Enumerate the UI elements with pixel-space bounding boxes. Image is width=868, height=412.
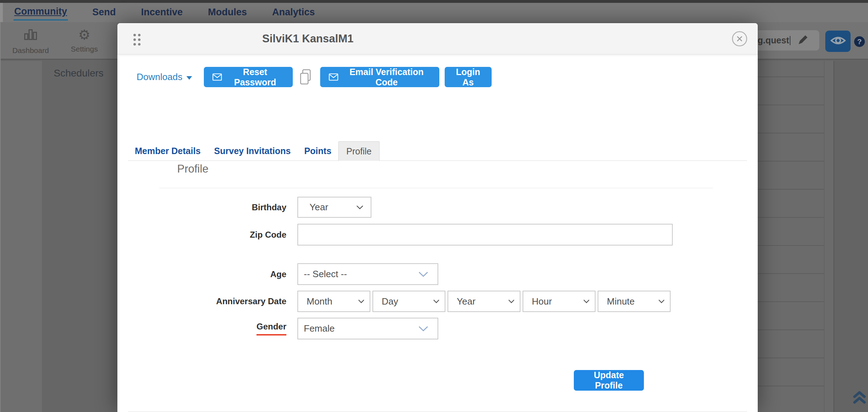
- table-row-separator: [758, 161, 824, 162]
- modal-tabs: Member Details Survey Invitations Points…: [128, 141, 747, 161]
- table-row-separator: [758, 217, 824, 218]
- modal-footer-divider: [128, 411, 747, 412]
- select-value: Hour: [532, 296, 552, 307]
- toolbar-item-dashboard[interactable]: Dashboard: [9, 28, 52, 55]
- window-top-strip: [0, 0, 868, 3]
- nav-item-send[interactable]: Send: [92, 5, 117, 20]
- modal-header: SilviK1 KansalM1: [117, 23, 758, 54]
- birthday-year-select[interactable]: Year: [297, 197, 371, 218]
- table-row-separator: [758, 386, 824, 386]
- gear-icon: ⚙: [78, 28, 90, 42]
- gender-select[interactable]: Female: [297, 318, 438, 339]
- select-value: Month: [307, 296, 332, 307]
- anniversary-year-select[interactable]: Year: [448, 291, 520, 312]
- member-profile-modal: SilviK1 KansalM1 Downloads: [117, 23, 758, 412]
- left-sidebar: [1, 61, 42, 412]
- table-row-separator: [758, 133, 824, 133]
- toolbar-item-label: Dashboard: [12, 46, 49, 55]
- downloads-dropdown[interactable]: Downloads: [137, 72, 192, 83]
- page-title-schedulers: Schedulers: [54, 68, 104, 79]
- main-nav: Community Send Incentive Modules Analyti…: [0, 3, 868, 22]
- nav-item-community[interactable]: Community: [14, 5, 68, 21]
- zip-row: Zip Code: [159, 224, 673, 245]
- tab-profile[interactable]: Profile: [338, 141, 380, 161]
- copy-icon[interactable]: [299, 69, 312, 86]
- double-chevron-up-icon: [852, 401, 867, 407]
- update-profile-button[interactable]: Update Profile: [574, 370, 644, 391]
- toolbar-item-label: Settings: [71, 45, 98, 53]
- table-row-separator: [758, 273, 824, 274]
- table-row-separator: [758, 105, 824, 105]
- nav-item-incentive[interactable]: Incentive: [141, 5, 184, 20]
- modal-title: SilviK1 KansalM1: [262, 23, 354, 54]
- age-label: Age: [159, 269, 286, 279]
- close-icon[interactable]: [731, 31, 748, 47]
- downloads-label: Downloads: [137, 72, 182, 83]
- window-left-edge: [0, 3, 3, 22]
- email-verification-button[interactable]: Email Verification Code: [320, 67, 439, 87]
- screen: Community Send Incentive Modules Analyti…: [0, 0, 868, 412]
- nav-item-modules[interactable]: Modules: [207, 5, 248, 20]
- modal-actions-row: Downloads Reset Password: [137, 67, 492, 87]
- table-row-separator: [758, 189, 824, 190]
- select-value: Minute: [607, 296, 635, 307]
- select-value: Day: [382, 296, 398, 307]
- nav-item-analytics[interactable]: Analytics: [271, 5, 316, 20]
- anniversary-minute-select[interactable]: Minute: [598, 291, 671, 312]
- bar-chart-icon: [23, 28, 38, 43]
- anniversary-hour-select[interactable]: Hour: [523, 291, 596, 312]
- table-column-divider: [824, 61, 825, 412]
- chevron-down-icon: [418, 271, 428, 277]
- select-value: Year: [457, 296, 476, 307]
- table-row-separator: [758, 301, 824, 302]
- right-panel: [834, 61, 868, 412]
- chevron-down-icon: [418, 326, 428, 332]
- scroll-to-top-button[interactable]: [852, 390, 867, 406]
- eye-icon: [830, 35, 846, 47]
- zip-code-input[interactable]: [297, 224, 673, 245]
- birthday-label: Birthday: [159, 202, 286, 212]
- background-table: [758, 61, 868, 412]
- chevron-down-icon: [508, 299, 515, 303]
- gender-label: Gender: [159, 322, 286, 336]
- tab-points[interactable]: Points: [297, 141, 338, 160]
- tab-member-details[interactable]: Member Details: [128, 141, 207, 160]
- help-icon[interactable]: ?: [854, 36, 865, 47]
- anniversary-month-select[interactable]: Month: [297, 291, 370, 312]
- anniversary-row: Anniversary Date Month Day Year: [159, 291, 671, 312]
- table-row-separator: [758, 329, 824, 330]
- table-row-separator: [758, 358, 824, 358]
- anniversary-day-select[interactable]: Day: [372, 291, 445, 312]
- panel-divider: [833, 61, 834, 412]
- gender-row: Gender Female: [159, 318, 438, 339]
- submit-row: Update Profile: [574, 370, 644, 391]
- select-value: Female: [304, 323, 335, 334]
- anniversary-label: Anniversary Date: [159, 296, 286, 306]
- caret-down-icon: [186, 76, 192, 80]
- chevron-down-icon: [583, 299, 590, 303]
- section-divider: [159, 188, 713, 188]
- section-title: Profile: [177, 163, 208, 175]
- age-row: Age -- Select --: [159, 263, 438, 285]
- birthday-row: Birthday Year: [159, 197, 371, 218]
- reset-password-label: Reset Password: [226, 67, 284, 88]
- select-value: -- Select --: [304, 269, 347, 280]
- table-row-separator: [758, 245, 824, 246]
- envelope-icon: [329, 73, 338, 81]
- preview-button[interactable]: [825, 31, 851, 52]
- gender-label-text: Gender: [256, 322, 286, 336]
- pencil-icon[interactable]: [797, 34, 809, 47]
- login-as-button[interactable]: Login As: [445, 67, 492, 87]
- age-select[interactable]: -- Select --: [297, 263, 438, 285]
- tab-survey-invitations[interactable]: Survey Invitations: [207, 141, 297, 160]
- drag-handle-icon[interactable]: [133, 34, 141, 46]
- select-value: Year: [309, 202, 328, 213]
- envelope-icon: [212, 73, 222, 81]
- reset-password-button[interactable]: Reset Password: [204, 67, 293, 87]
- chevron-down-icon: [658, 299, 665, 303]
- chevron-down-icon: [433, 299, 440, 303]
- login-as-label: Login As: [453, 67, 483, 88]
- table-row-separator: [758, 76, 824, 77]
- chevron-down-icon: [356, 205, 364, 210]
- toolbar-item-settings[interactable]: ⚙ Settings: [63, 28, 106, 53]
